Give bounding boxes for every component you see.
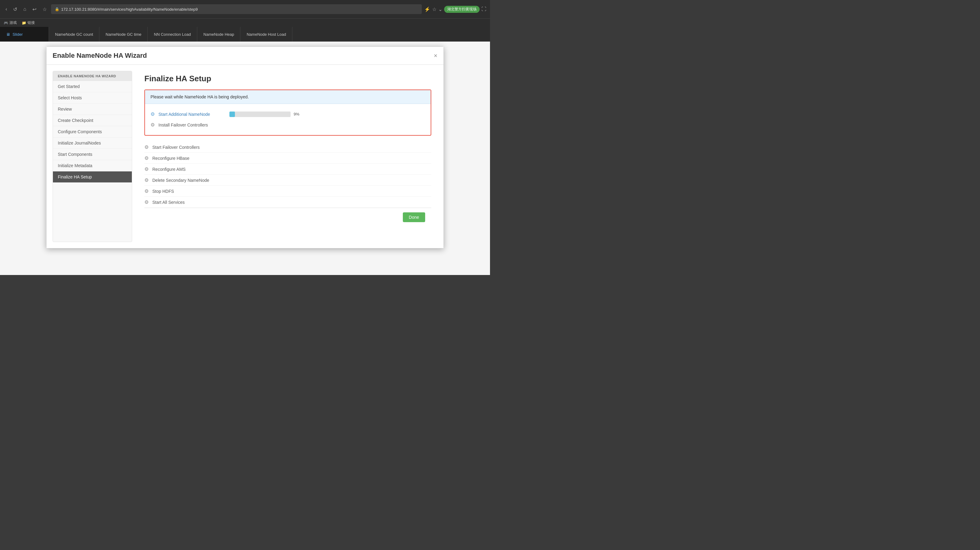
col-gc-count: NameNode GC count [49, 27, 99, 41]
col-gc-time: NameNode GC time [99, 27, 148, 41]
wizard-sidebar: ENABLE NAMENODE HA WIZARD Get StartedSel… [52, 71, 132, 242]
slider-monitor-icon: 🖥 [6, 32, 10, 36]
outer-task-start-failover-controllers: ⚙Start Failover Controllers [144, 142, 431, 153]
lightning-icon: ⚡ [424, 6, 430, 12]
progress-track-start-additional-namenode [229, 111, 291, 117]
slider-label: Slider [13, 32, 22, 36]
url-text: 172.17.100.21:8080/#/main/services/highA… [61, 7, 197, 12]
gear-icon-outer-reconfigure-hbase: ⚙ [144, 155, 149, 161]
modal-body: ENABLE NAMENODE HA WIZARD Get StartedSel… [46, 65, 444, 248]
sidebar-item-select-hosts[interactable]: Select Hosts [53, 92, 132, 104]
nav-star-btn[interactable]: ☆ [41, 5, 49, 13]
outer-task-delete-secondary-namenode: ⚙Delete Secondary NameNode [144, 175, 431, 186]
wizard-main: Finalize HA Setup Please wait while Name… [138, 71, 438, 242]
outer-task-label-reconfigure-ams: Reconfigure AMS [152, 167, 186, 172]
progress-container-start-additional-namenode: 9% [229, 111, 305, 117]
expand-icon[interactable]: ⛶ [481, 6, 486, 12]
progress-fill-start-additional-namenode [229, 111, 235, 117]
sidebar-item-configure-components[interactable]: Configure Components [53, 126, 132, 138]
browser-actions: ⚡ ☆ ⌄ 湖北警方扫黄现场 ⛶ [424, 6, 486, 13]
url-bar[interactable]: 🔒 172.17.100.21:8080/#/main/services/hig… [51, 4, 422, 14]
slider-cell: 🖥 Slider [0, 27, 49, 41]
done-button[interactable]: Done [403, 212, 425, 222]
gear-icon-install-failover-controllers: ⚙ [151, 122, 155, 128]
modal-header: Enable NameNode HA Wizard × [46, 47, 444, 65]
task-label-install-failover-controllers: Install Failover Controllers [158, 122, 226, 127]
outer-task-label-stop-hdfs: Stop HDFS [152, 189, 174, 194]
task-label-start-additional-namenode[interactable]: Start Additional NameNode [158, 112, 226, 117]
browser-chrome: ‹ ↺ ⌂ ↩ ☆ 🔒 172.17.100.21:8080/#/main/se… [0, 0, 490, 18]
outer-task-label-start-all-services: Start All Services [152, 200, 185, 205]
modal-title: Enable NameNode HA Wizard [52, 52, 147, 60]
outer-task-label-delete-secondary-namenode: Delete Secondary NameNode [152, 178, 209, 183]
sidebar-section-title: ENABLE NAMENODE HA WIZARD [53, 71, 132, 81]
user-badge: 湖北警方扫黄现场 [444, 6, 480, 13]
chevron-down-icon[interactable]: ⌄ [438, 6, 442, 12]
sidebar-item-initialize-metadata[interactable]: Initialize Metadata [53, 160, 132, 171]
sidebar-item-finalize-ha-setup[interactable]: Finalize HA Setup [53, 171, 132, 183]
col-namenode-host-load: NameNode Host Load [240, 27, 293, 41]
gear-icon-start-additional-namenode: ⚙ [151, 111, 155, 117]
outer-task-reconfigure-ams: ⚙Reconfigure AMS [144, 164, 431, 175]
sidebar-item-create-checkpoint[interactable]: Create Checkpoint [53, 115, 132, 126]
progress-items-box: ⚙Start Additional NameNode9%⚙Install Fai… [145, 104, 431, 135]
status-box: Please wait while NameNode HA is being d… [144, 90, 431, 136]
nav-back-btn[interactable]: ‹ [4, 5, 9, 13]
gear-icon-outer-reconfigure-ams: ⚙ [144, 166, 149, 172]
gear-icon-outer-delete-secondary-namenode: ⚙ [144, 177, 149, 183]
bookmarks-bar: 🎮 游戏 📁 链接 [0, 18, 490, 27]
nav-reload-btn[interactable]: ↺ [11, 5, 19, 13]
header-table: 🖥 Slider NameNode GC count NameNode GC t… [0, 27, 490, 41]
task-install-failover-controllers: ⚙Install Failover Controllers [151, 119, 425, 130]
status-message: Please wait while NameNode HA is being d… [145, 90, 431, 104]
sidebar-item-start-components[interactable]: Start Components [53, 149, 132, 160]
outer-task-start-all-services: ⚙Start All Services [144, 197, 431, 208]
star-icon[interactable]: ☆ [432, 6, 436, 12]
outer-task-reconfigure-hbase: ⚙Reconfigure HBase [144, 153, 431, 164]
modal-footer: Done [144, 208, 431, 227]
modal-enable-ha: Enable NameNode HA Wizard × ENABLE NAMEN… [46, 46, 444, 249]
gear-icon-outer-start-failover-controllers: ⚙ [144, 144, 149, 150]
modal-close-button[interactable]: × [434, 52, 438, 59]
gear-icon-outer-start-all-services: ⚙ [144, 199, 149, 205]
outer-task-label-start-failover-controllers: Start Failover Controllers [152, 145, 200, 150]
gear-icon-outer-stop-hdfs: ⚙ [144, 188, 149, 194]
nav-forward-btn[interactable]: ↩ [30, 5, 38, 13]
outer-tasks: ⚙Start Failover Controllers⚙Reconfigure … [144, 142, 431, 208]
outer-task-stop-hdfs: ⚙Stop HDFS [144, 186, 431, 197]
lock-icon: 🔒 [55, 7, 59, 11]
progress-pct-start-additional-namenode: 9% [294, 112, 305, 116]
task-start-additional-namenode: ⚙Start Additional NameNode9% [151, 109, 425, 119]
sidebar-item-review[interactable]: Review [53, 104, 132, 115]
task-link-start-additional-namenode[interactable]: Start Additional NameNode [158, 112, 210, 117]
nav-home-btn[interactable]: ⌂ [21, 5, 28, 13]
col-namenode-heap: NameNode Heap [197, 27, 240, 41]
bookmark-games[interactable]: 🎮 游戏 [4, 20, 17, 25]
page-title: Finalize HA Setup [144, 74, 431, 83]
sidebar-item-initialize-journalnodes[interactable]: Initialize JournalNodes [53, 138, 132, 149]
bookmark-links[interactable]: 📁 链接 [22, 20, 35, 25]
col-nn-connection: NN Connection Load [148, 27, 197, 41]
page-wrapper: Enable NameNode HA Wizard × ENABLE NAMEN… [0, 41, 490, 275]
outer-task-label-reconfigure-hbase: Reconfigure HBase [152, 156, 189, 161]
sidebar-item-get-started[interactable]: Get Started [53, 81, 132, 92]
